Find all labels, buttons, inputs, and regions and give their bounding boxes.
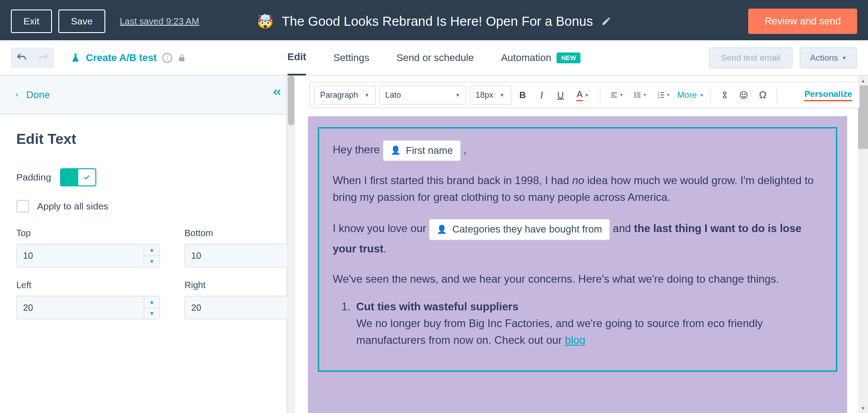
token-first-name[interactable]: 👤First name	[383, 140, 461, 161]
title-emoji: 🤯	[257, 14, 274, 29]
undo-button[interactable]	[11, 47, 33, 68]
svg-rect-12	[660, 92, 664, 93]
svg-point-4	[634, 95, 636, 96]
email-title[interactable]: The Good Looks Rebrand Is Here! Open For…	[282, 14, 593, 29]
top-label: Top	[16, 228, 160, 238]
svg-rect-16	[723, 96, 726, 98]
undo-redo-group	[11, 47, 54, 68]
tab-edit[interactable]: Edit	[288, 40, 307, 76]
token-categories[interactable]: 👤Categories they have bought from	[429, 219, 609, 240]
redo-button[interactable]	[33, 47, 54, 68]
svg-point-3	[634, 92, 636, 94]
left-step-down[interactable]: ▼	[144, 308, 160, 319]
svg-point-19	[742, 94, 743, 95]
padding-label: Padding	[16, 172, 51, 183]
svg-rect-15	[723, 92, 726, 94]
left-panel: Done Edit Text Padding Apply to all side…	[0, 76, 287, 413]
left-step-up[interactable]: ▲	[144, 296, 160, 308]
save-button[interactable]: Save	[58, 9, 105, 33]
edit-title-icon[interactable]	[601, 16, 611, 26]
emoji-button[interactable]	[736, 87, 751, 103]
person-icon: 👤	[437, 223, 447, 236]
style-select[interactable]: Paragraph▼	[314, 85, 376, 104]
canvas-area: Hey there 👤First name , When I first sta…	[287, 76, 868, 413]
collapse-panel-icon[interactable]	[271, 86, 283, 98]
actions-dropdown[interactable]: Actions▼	[800, 47, 857, 68]
top-step-down[interactable]: ▼	[144, 256, 160, 267]
new-badge: NEW	[557, 52, 580, 63]
send-test-email-button[interactable]: Send test email	[709, 47, 793, 68]
toolbar: Create A/B test i Edit Settings Send or …	[0, 40, 868, 76]
create-ab-test-link[interactable]: Create A/B test	[86, 52, 157, 64]
text-color-button[interactable]: A ▼	[572, 87, 594, 103]
svg-rect-8	[637, 97, 641, 98]
flask-icon	[71, 52, 80, 63]
format-toolbar: Paragraph▼ Lato▼ 18px▼ B I U A ▼ ▼ ▼ 123…	[309, 82, 860, 108]
tab-settings[interactable]: Settings	[333, 40, 369, 76]
person-icon: 👤	[391, 144, 401, 157]
padding-left-input[interactable]	[16, 296, 144, 319]
inner-scrollbar[interactable]	[287, 76, 295, 413]
svg-text:3: 3	[658, 96, 660, 99]
svg-point-18	[741, 92, 747, 99]
bold-button[interactable]: B	[515, 87, 530, 103]
svg-rect-6	[637, 93, 641, 94]
svg-rect-14	[660, 97, 664, 98]
text-block[interactable]: Hey there 👤First name , When I first sta…	[318, 127, 837, 372]
svg-point-20	[745, 94, 745, 95]
personalize-button[interactable]: Personalize	[804, 89, 852, 101]
tab-send-or-schedule[interactable]: Send or schedule	[396, 40, 474, 76]
padding-top-input[interactable]	[16, 244, 144, 267]
email-canvas: Hey there 👤First name , When I first sta…	[308, 116, 847, 413]
tab-automation[interactable]: AutomationNEW	[501, 40, 580, 76]
italic-no: no	[572, 174, 585, 186]
special-char-button[interactable]: Ω	[755, 87, 770, 103]
toggle-knob	[78, 169, 96, 186]
scroll-down-icon[interactable]: ▼	[858, 403, 868, 413]
svg-rect-13	[660, 95, 664, 95]
p3: We've seen the news, and we hear your co…	[333, 271, 822, 287]
apply-all-sides-label: Apply to all sides	[37, 201, 108, 212]
top-step-up[interactable]: ▲	[144, 244, 160, 256]
italic-button[interactable]: I	[534, 87, 549, 103]
page-scrollbar[interactable]: ▲ ▼	[858, 76, 868, 413]
svg-point-5	[634, 96, 636, 98]
exit-button[interactable]: Exit	[11, 9, 52, 33]
divider	[777, 87, 777, 103]
review-and-send-button[interactable]: Review and send	[748, 9, 857, 34]
apply-all-sides-checkbox[interactable]	[16, 200, 29, 213]
divider	[600, 87, 600, 103]
topbar: Exit Save Last saved 9:23 AM 🤯 The Good …	[0, 2, 868, 40]
underline-button[interactable]: U	[553, 87, 568, 103]
numbered-list-button[interactable]: 123▼	[654, 87, 674, 103]
padding-toggle[interactable]	[60, 168, 96, 186]
panel-header: Done	[0, 76, 287, 114]
divider	[710, 87, 711, 103]
align-button[interactable]: ▼	[607, 87, 627, 103]
info-icon[interactable]: i	[162, 53, 172, 63]
list-item-1: Cut ties with wasteful suppliers We no l…	[354, 298, 822, 349]
blog-link[interactable]: blog	[565, 334, 585, 346]
more-dropdown[interactable]: More▼	[677, 90, 704, 100]
last-saved-text: Last saved 9:23 AM	[120, 16, 199, 27]
bullet-list-button[interactable]: ▼	[630, 87, 650, 103]
font-select[interactable]: Lato▼	[379, 85, 466, 104]
greeting-text: Hey there	[333, 143, 383, 156]
svg-rect-7	[637, 95, 641, 95]
left-label: Left	[16, 280, 160, 290]
lock-icon	[178, 53, 186, 62]
size-select[interactable]: 18px▼	[470, 85, 511, 104]
link-button[interactable]	[717, 87, 732, 103]
done-link[interactable]: Done	[14, 89, 50, 101]
panel-title: Edit Text	[16, 131, 270, 147]
